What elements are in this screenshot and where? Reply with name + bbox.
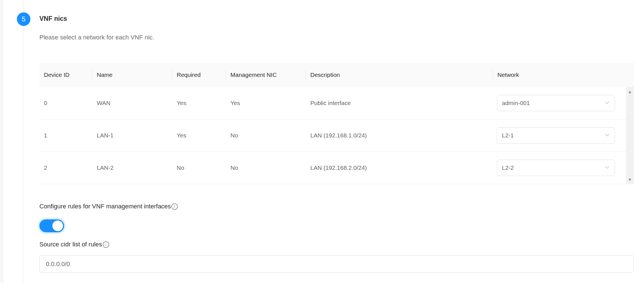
network-select-value: admin-001: [502, 100, 530, 106]
network-select-row-0[interactable]: admin-001: [497, 95, 615, 111]
scroll-down-button[interactable]: ▼: [628, 175, 632, 184]
cell-network: L2-1: [493, 127, 634, 144]
network-select-value: L2-1: [502, 132, 514, 139]
step-content: VNF nics Please select a network for eac…: [39, 0, 634, 273]
column-header-required: Required: [172, 63, 226, 87]
table-body: 0 WAN Yes Yes Public interface admin-001…: [39, 87, 634, 184]
table-row: 2 LAN-2 No No LAN (192.168.2.0/24) L2-2: [39, 152, 634, 184]
info-icon[interactable]: i: [103, 241, 109, 248]
vnf-nics-table: Device ID Name Required Management NIC D…: [39, 63, 634, 184]
column-header-description: Description: [306, 63, 493, 87]
cell-required: Yes: [172, 100, 226, 106]
table-row: 1 LAN-1 Yes No LAN (192.168.1.0/24) L2-1: [39, 119, 634, 152]
cell-management-nic: No: [226, 132, 306, 139]
table-header-row: Device ID Name Required Management NIC D…: [39, 63, 634, 87]
step-title: VNF nics: [39, 15, 634, 23]
table-row: 0 WAN Yes Yes Public interface admin-001: [39, 87, 634, 119]
cell-name: WAN: [92, 100, 172, 106]
step-description: Please select a network for each VNF nic…: [39, 34, 634, 41]
table-scrollbar[interactable]: ▲ ▼: [626, 87, 634, 184]
network-select-row-1[interactable]: L2-1: [497, 127, 615, 144]
cell-device-id: 0: [39, 100, 92, 106]
cell-device-id: 1: [39, 132, 92, 139]
chevron-down-icon: [604, 164, 610, 172]
panel-left-edge: [0, 0, 3, 283]
cell-description: Public interface: [306, 100, 493, 106]
network-select-value: L2-2: [502, 164, 514, 171]
source-cidr-label-row: Source cidr list of rulesi: [39, 241, 634, 248]
cell-management-nic: Yes: [226, 100, 306, 106]
cell-device-id: 2: [39, 164, 92, 171]
cell-network: L2-2: [493, 160, 634, 176]
source-cidr-label: Source cidr list of rules: [39, 241, 102, 248]
chevron-down-icon: [604, 99, 610, 107]
cell-name: LAN-1: [92, 132, 172, 139]
step-tail-line: [23, 0, 24, 283]
cell-description: LAN (192.168.1.0/24): [306, 132, 493, 139]
scroll-up-button[interactable]: ▲: [628, 87, 632, 96]
column-header-network: Network: [493, 63, 634, 87]
configure-rules-label-row: Configure rules for VNF management inter…: [39, 203, 634, 210]
chevron-down-icon: [604, 132, 610, 139]
toggle-knob: [52, 220, 63, 231]
source-cidr-input[interactable]: [39, 255, 634, 273]
cell-required: No: [172, 164, 226, 171]
configure-rules-label: Configure rules for VNF management inter…: [39, 203, 171, 210]
cell-management-nic: No: [226, 164, 306, 171]
network-select-row-2[interactable]: L2-2: [497, 160, 615, 176]
cell-required: Yes: [172, 132, 226, 139]
column-header-management-nic: Management NIC: [226, 63, 306, 87]
column-header-name: Name: [92, 63, 172, 87]
column-header-device-id: Device ID: [39, 63, 92, 87]
cell-description: LAN (192.168.2.0/24): [306, 164, 493, 171]
info-icon[interactable]: i: [171, 203, 178, 210]
cell-network: admin-001: [493, 95, 634, 111]
management-rules-toggle[interactable]: [39, 219, 64, 232]
step-indicator: 5: [17, 12, 30, 26]
step-number: 5: [22, 15, 25, 23]
cell-name: LAN-2: [92, 164, 172, 171]
